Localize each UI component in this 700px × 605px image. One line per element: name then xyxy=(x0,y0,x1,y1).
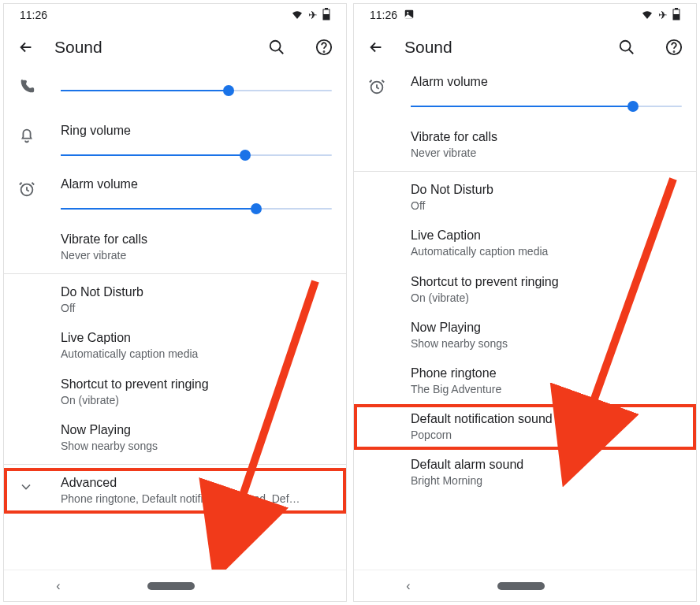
clock-text: 11:26 xyxy=(370,9,397,21)
dnd-row[interactable]: Do Not Disturb Off xyxy=(354,175,696,221)
help-icon[interactable] xyxy=(315,38,333,57)
status-bar: 11:26 ✈ xyxy=(4,4,346,26)
search-icon[interactable] xyxy=(617,38,636,57)
alarm-volume-slider[interactable] xyxy=(411,97,682,116)
ringtone-row[interactable]: Phone ringtone The Big Adventure xyxy=(354,358,696,404)
svg-point-9 xyxy=(407,12,408,13)
alarm-volume-row[interactable]: Alarm volume xyxy=(4,171,346,225)
shortcut-sub: On (vibrate) xyxy=(411,291,682,305)
phone-left: 11:26 ✈ Sound xyxy=(3,3,347,602)
dnd-row[interactable]: Do Not Disturb Off xyxy=(4,277,346,323)
page-title: Sound xyxy=(404,38,598,57)
caption-sub: Automatically caption media xyxy=(411,244,682,258)
caption-sub: Automatically caption media xyxy=(61,347,332,361)
alarmsound-sub: Bright Morning xyxy=(411,473,682,488)
alarm-volume-label: Alarm volume xyxy=(411,75,682,89)
shortcut-label: Shortcut to prevent ringing xyxy=(61,377,332,392)
nav-back-icon[interactable]: ‹ xyxy=(406,579,410,593)
nav-home-pill[interactable] xyxy=(497,582,545,590)
back-icon[interactable] xyxy=(367,38,385,57)
status-bar: 11:26 ✈ xyxy=(354,4,696,26)
page-title: Sound xyxy=(54,38,248,57)
nowplaying-row[interactable]: Now Playing Show nearby songs xyxy=(4,415,346,461)
vibrate-label: Vibrate for calls xyxy=(61,232,332,247)
search-icon[interactable] xyxy=(267,38,286,57)
nowplaying-row[interactable]: Now Playing Show nearby songs xyxy=(354,313,696,358)
notif-label: Default notification sound xyxy=(411,412,682,426)
caption-label: Live Caption xyxy=(411,228,682,243)
svg-rect-2 xyxy=(323,14,330,20)
nav-bar: ‹ xyxy=(4,570,346,601)
chevron-down-icon xyxy=(18,476,61,506)
phone-icon xyxy=(18,75,61,111)
alarm-icon xyxy=(368,75,411,116)
alarmsound-label: Default alarm sound xyxy=(411,458,682,472)
app-bar: Sound xyxy=(354,26,696,69)
default-notification-sound-row[interactable]: Default notification sound Popcorn xyxy=(354,404,696,450)
status-icons: ✈ xyxy=(291,8,330,22)
wifi-icon xyxy=(291,8,303,22)
svg-rect-1 xyxy=(325,8,328,9)
advanced-label: Advanced xyxy=(61,476,332,490)
dnd-label: Do Not Disturb xyxy=(61,285,332,299)
airplane-icon: ✈ xyxy=(308,9,318,20)
svg-point-3 xyxy=(270,41,281,51)
divider xyxy=(4,273,346,274)
caption-label: Live Caption xyxy=(61,331,332,345)
ringtone-sub: The Big Adventure xyxy=(411,382,682,396)
nav-bar: ‹ xyxy=(354,570,696,601)
advanced-sub: Phone ringtone, Default notification sou… xyxy=(61,492,313,506)
alarm-icon xyxy=(18,177,61,218)
nowplaying-label: Now Playing xyxy=(411,321,682,335)
nav-home-pill[interactable] xyxy=(147,582,195,590)
ring-volume-label: Ring volume xyxy=(61,124,332,138)
alarm-volume-label: Alarm volume xyxy=(61,177,332,191)
image-icon xyxy=(404,9,415,22)
alarm-volume-row[interactable]: Alarm volume xyxy=(354,69,696,122)
dnd-label: Do Not Disturb xyxy=(411,183,682,197)
call-volume-row[interactable] xyxy=(4,69,346,117)
clock-text: 11:26 xyxy=(20,9,47,21)
svg-rect-12 xyxy=(673,14,680,20)
alarm-volume-slider[interactable] xyxy=(61,199,332,218)
vibrate-sub: Never vibrate xyxy=(411,146,682,160)
settings-list: Ring volume Alarm volume xyxy=(4,69,346,570)
nowplaying-label: Now Playing xyxy=(61,423,332,437)
shortcut-row[interactable]: Shortcut to prevent ringing On (vibrate) xyxy=(4,369,346,415)
shortcut-row[interactable]: Shortcut to prevent ringing On (vibrate) xyxy=(354,267,696,313)
vibrate-sub: Never vibrate xyxy=(61,248,332,262)
nowplaying-sub: Show nearby songs xyxy=(411,336,682,351)
svg-point-15 xyxy=(674,51,675,52)
nav-back-icon[interactable]: ‹ xyxy=(56,579,60,593)
divider xyxy=(4,464,346,465)
help-icon[interactable] xyxy=(665,38,683,57)
ringtone-label: Phone ringtone xyxy=(411,366,682,380)
vibrate-row[interactable]: Vibrate for calls Never vibrate xyxy=(354,122,696,168)
shortcut-label: Shortcut to prevent ringing xyxy=(411,275,682,289)
back-icon[interactable] xyxy=(17,38,35,57)
svg-point-13 xyxy=(620,41,631,51)
battery-icon xyxy=(322,8,330,22)
vibrate-label: Vibrate for calls xyxy=(411,130,682,144)
ring-volume-row[interactable]: Ring volume xyxy=(4,117,346,171)
app-bar: Sound xyxy=(4,26,346,69)
shortcut-sub: On (vibrate) xyxy=(61,393,332,407)
notif-sub: Popcorn xyxy=(411,428,682,442)
default-alarm-sound-row[interactable]: Default alarm sound Bright Morning xyxy=(354,450,696,496)
call-volume-slider[interactable] xyxy=(61,81,332,100)
svg-point-5 xyxy=(324,51,325,52)
nowplaying-sub: Show nearby songs xyxy=(61,439,332,453)
ring-volume-slider[interactable] xyxy=(61,146,332,165)
dnd-sub: Off xyxy=(411,199,682,213)
dnd-sub: Off xyxy=(61,301,332,315)
status-icons: ✈ xyxy=(641,8,680,22)
advanced-row[interactable]: Advanced Phone ringtone, Default notific… xyxy=(4,468,346,514)
settings-list: Alarm volume Vibrate for calls Never vib… xyxy=(354,69,696,570)
bell-icon xyxy=(18,124,61,165)
divider xyxy=(354,171,696,172)
vibrate-row[interactable]: Vibrate for calls Never vibrate xyxy=(4,225,346,270)
caption-row[interactable]: Live Caption Automatically caption media xyxy=(354,221,696,266)
phone-right: 11:26 ✈ Sound xyxy=(353,3,697,602)
caption-row[interactable]: Live Caption Automatically caption media xyxy=(4,323,346,369)
wifi-icon xyxy=(641,8,653,22)
